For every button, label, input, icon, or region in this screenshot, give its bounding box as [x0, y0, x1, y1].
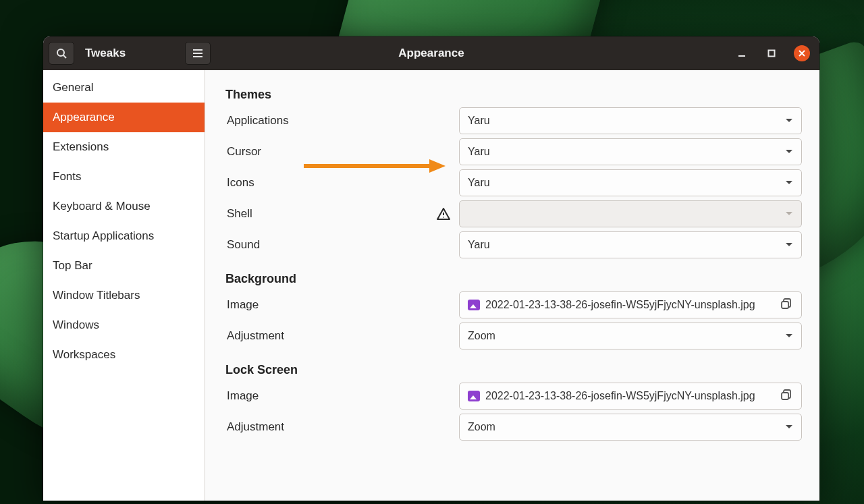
- sound-theme-select[interactable]: Yaru: [459, 231, 802, 258]
- chevron-down-icon: [785, 149, 793, 155]
- chevron-down-icon: [785, 180, 793, 186]
- icons-theme-select[interactable]: Yaru: [459, 169, 802, 196]
- icons-theme-value: Yaru: [468, 177, 490, 189]
- close-button[interactable]: [794, 45, 810, 61]
- svg-rect-6: [769, 51, 775, 57]
- tweaks-window: Tweaks Appearance General Appearance Ext…: [43, 36, 819, 501]
- sidebar-item-workspaces[interactable]: Workspaces: [43, 340, 205, 370]
- titlebar: Tweaks Appearance: [43, 36, 819, 70]
- background-image-chooser[interactable]: 2022-01-23-13-38-26-josefin-WS5yjFjycNY-…: [459, 291, 802, 318]
- minimize-icon: [738, 49, 746, 57]
- minimize-button[interactable]: [734, 46, 749, 61]
- sidebar-item-startup-applications[interactable]: Startup Applications: [43, 221, 205, 251]
- hamburger-icon: [192, 49, 203, 58]
- section-lockscreen: Lock Screen Image 2022-01-23-13-38-26-jo…: [225, 363, 802, 442]
- cursor-theme-select[interactable]: Yaru: [459, 138, 802, 165]
- chevron-down-icon: [785, 424, 793, 430]
- hamburger-menu-button[interactable]: [185, 42, 211, 65]
- maximize-icon: [767, 49, 776, 57]
- shell-theme-select: [459, 200, 802, 227]
- maximize-button[interactable]: [764, 46, 779, 61]
- sidebar-item-top-bar[interactable]: Top Bar: [43, 251, 205, 281]
- background-image-label: Image: [225, 298, 428, 312]
- svg-rect-12: [782, 393, 788, 399]
- lockscreen-image-chooser[interactable]: 2022-01-23-13-38-26-josefin-WS5yjFjycNY-…: [459, 383, 802, 410]
- icons-label: Icons: [225, 176, 428, 190]
- lockscreen-adjustment-select[interactable]: Zoom: [459, 414, 802, 441]
- shell-label: Shell: [225, 207, 428, 221]
- lockscreen-image-label: Image: [225, 389, 428, 403]
- svg-point-10: [443, 217, 444, 218]
- chevron-down-icon: [785, 242, 793, 248]
- applications-theme-select[interactable]: Yaru: [459, 107, 802, 134]
- background-image-value: 2022-01-23-13-38-26-josefin-WS5yjFjycNY-…: [485, 299, 774, 311]
- sidebar-item-general[interactable]: General: [43, 73, 205, 103]
- sidebar-item-fonts[interactable]: Fonts: [43, 162, 205, 192]
- chevron-down-icon: [785, 211, 793, 217]
- applications-label: Applications: [225, 114, 428, 128]
- image-thumbnail-icon: [468, 391, 480, 401]
- themes-heading: Themes: [225, 88, 802, 102]
- section-background: Background Image 2022-01-23-13-38-26-jos…: [225, 272, 802, 351]
- applications-theme-value: Yaru: [468, 115, 490, 127]
- lockscreen-image-value: 2022-01-23-13-38-26-josefin-WS5yjFjycNY-…: [485, 390, 774, 402]
- cursor-label: Cursor: [225, 145, 428, 159]
- file-browse-icon: [780, 298, 793, 312]
- content-pane: Themes Applications Yaru Cursor Yaru: [205, 70, 819, 501]
- sound-label: Sound: [225, 238, 428, 252]
- section-themes: Themes Applications Yaru Cursor Yaru: [225, 88, 802, 260]
- lockscreen-heading: Lock Screen: [225, 363, 802, 377]
- lockscreen-adjustment-value: Zoom: [468, 421, 495, 433]
- sidebar: General Appearance Extensions Fonts Keyb…: [43, 70, 205, 501]
- background-heading: Background: [225, 272, 802, 286]
- sidebar-item-keyboard-mouse[interactable]: Keyboard & Mouse: [43, 192, 205, 221]
- app-title: Tweaks: [85, 47, 178, 60]
- sidebar-item-appearance[interactable]: Appearance: [43, 103, 205, 132]
- background-adjustment-select[interactable]: Zoom: [459, 323, 802, 349]
- background-adjustment-label: Adjustment: [225, 329, 428, 343]
- warning-icon: [437, 208, 450, 220]
- chevron-down-icon: [785, 333, 793, 339]
- file-browse-icon: [780, 389, 793, 403]
- svg-point-0: [57, 49, 64, 56]
- sound-theme-value: Yaru: [468, 239, 490, 251]
- svg-line-1: [63, 55, 66, 58]
- image-thumbnail-icon: [468, 300, 480, 310]
- sidebar-item-windows[interactable]: Windows: [43, 310, 205, 340]
- close-icon: [799, 50, 805, 57]
- cursor-theme-value: Yaru: [468, 146, 490, 158]
- chevron-down-icon: [785, 118, 793, 123]
- search-icon: [56, 48, 67, 59]
- lockscreen-adjustment-label: Adjustment: [225, 420, 428, 434]
- sidebar-item-window-titlebars[interactable]: Window Titlebars: [43, 281, 205, 310]
- svg-rect-11: [782, 302, 788, 308]
- search-button[interactable]: [49, 42, 74, 65]
- background-adjustment-value: Zoom: [468, 330, 495, 342]
- sidebar-item-extensions[interactable]: Extensions: [43, 132, 205, 162]
